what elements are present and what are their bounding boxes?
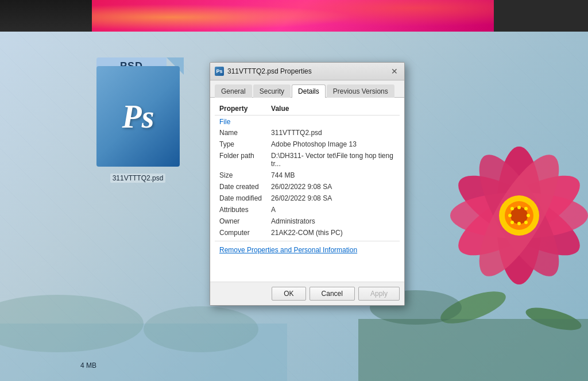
- dialog-close-button[interactable]: ✕: [389, 66, 400, 76]
- dialog-buttons: OK Cancel Apply: [210, 282, 404, 305]
- dialog-icon-label: Ps: [216, 68, 222, 74]
- dialog-icon: Ps: [215, 67, 224, 76]
- svg-rect-20: [358, 319, 588, 381]
- dialog-title-text: 311VTTTQ2.psd Properties: [227, 67, 312, 75]
- svg-point-11: [517, 206, 521, 209]
- cancel-button[interactable]: Cancel: [310, 287, 355, 301]
- svg-point-17: [508, 214, 512, 217]
- ps-logo: Ps: [122, 98, 154, 135]
- svg-point-16: [510, 221, 514, 224]
- section-file: File: [215, 116, 400, 128]
- table-row: Computer 21AK22-COM (this PC): [215, 227, 400, 238]
- psd-icon-background: Ps: [96, 66, 180, 167]
- tab-security[interactable]: Security: [253, 84, 291, 98]
- dialog-titlebar: Ps 311VTTTQ2.psd Properties ✕: [210, 63, 404, 80]
- svg-point-12: [524, 207, 528, 210]
- file-name-label: 311VTTTQ2.psd: [110, 174, 166, 183]
- file-icon-area: PSD Ps 311VTTTQ2.psd: [80, 57, 195, 218]
- ok-button[interactable]: OK: [272, 287, 305, 301]
- table-row: Date created 26/02/2022 9:08 SA: [215, 181, 400, 193]
- banner: [92, 0, 494, 32]
- table-row: Type Adobe Photoshop Image 13: [215, 138, 400, 150]
- table-row: Folder path D:\DH311- Vector tet\File to…: [215, 150, 400, 170]
- col-value: Value: [266, 102, 400, 116]
- svg-point-24: [144, 306, 258, 352]
- dialog-title-left: Ps 311VTTTQ2.psd Properties: [215, 67, 312, 76]
- psd-file-icon[interactable]: PSD Ps: [92, 57, 184, 167]
- table-row: Size 744 MB: [215, 170, 400, 181]
- table-row: Date modified 26/02/2022 9:08 SA: [215, 193, 400, 204]
- table-row: Name 311VTTTQ2.psd: [215, 127, 400, 138]
- dialog-content: Property Value File Name 311VTTTQ2.psd T…: [210, 98, 404, 282]
- dialog-tabs: General Security Details Previous Versio…: [210, 80, 404, 98]
- svg-point-10: [510, 207, 514, 210]
- file-size-label: 4 MB: [80, 361, 96, 370]
- svg-point-14: [524, 221, 528, 224]
- svg-point-15: [517, 222, 521, 225]
- tab-previous-versions[interactable]: Previous Versions: [327, 84, 394, 98]
- properties-dialog: Ps 311VTTTQ2.psd Properties ✕ General Se…: [210, 62, 405, 306]
- right-panel: [494, 0, 588, 32]
- tab-general[interactable]: General: [215, 84, 252, 98]
- apply-button[interactable]: Apply: [358, 287, 400, 301]
- table-row: Owner Administrators: [215, 215, 400, 227]
- svg-point-13: [527, 214, 530, 217]
- tab-details[interactable]: Details: [292, 84, 326, 98]
- table-row: Attributes A: [215, 204, 400, 215]
- properties-table: Property Value File Name 311VTTTQ2.psd T…: [215, 102, 400, 238]
- remove-properties-link[interactable]: Remove Properties and Personal Informati…: [215, 241, 400, 259]
- col-property: Property: [215, 102, 266, 116]
